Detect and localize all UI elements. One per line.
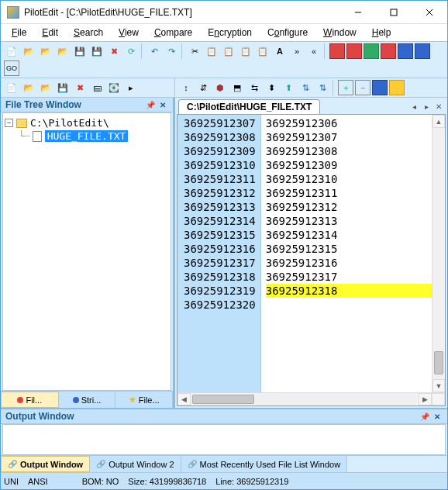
- output-body[interactable]: [2, 424, 446, 455]
- tab-string[interactable]: Stri...: [59, 392, 116, 408]
- ed-tool8-icon[interactable]: ⇅: [298, 80, 313, 95]
- ed-tool9-icon[interactable]: ⇅: [315, 80, 330, 95]
- editor-line[interactable]: 36925912307: [266, 130, 432, 144]
- menu-encryption[interactable]: Encryption: [202, 26, 258, 40]
- new-file-icon[interactable]: 📄: [4, 43, 19, 59]
- clipboard3-icon[interactable]: 📋: [255, 43, 271, 59]
- ed-tool1-icon[interactable]: ↕: [178, 80, 194, 95]
- copy-icon[interactable]: 📋: [204, 43, 219, 59]
- editor-line[interactable]: 36925912316: [266, 256, 432, 270]
- minimize-button[interactable]: [340, 1, 376, 23]
- file-tree[interactable]: − C:\PilotEdit\ └┈ HUGE_FILE.TXT: [2, 112, 171, 391]
- tree-open-icon[interactable]: 📂: [21, 80, 36, 95]
- tool-blue2-icon[interactable]: [415, 43, 430, 59]
- menu-compare[interactable]: Compare: [148, 26, 198, 40]
- cut-icon[interactable]: ✂: [187, 43, 202, 59]
- tool-green-icon[interactable]: [364, 43, 379, 59]
- refresh-icon[interactable]: ⟳: [123, 43, 139, 59]
- ed-tool6-icon[interactable]: ⬍: [264, 80, 279, 95]
- vertical-scrollbar[interactable]: ▲ ▼: [432, 115, 445, 392]
- scroll-down-icon[interactable]: ▼: [432, 379, 445, 392]
- scroll-track[interactable]: [432, 128, 445, 379]
- collapse-icon[interactable]: −: [5, 119, 13, 127]
- menu-help[interactable]: Help: [366, 26, 398, 40]
- tool-blue-icon[interactable]: [398, 43, 413, 59]
- paste-icon[interactable]: 📋: [221, 43, 236, 59]
- tree-open2-icon[interactable]: 📂: [38, 80, 53, 95]
- open-folder2-icon[interactable]: 📂: [38, 43, 53, 59]
- editor-line[interactable]: 36925912309: [266, 158, 432, 172]
- redo-icon[interactable]: ↷: [164, 43, 179, 59]
- clipboard2-icon[interactable]: 📋: [238, 43, 253, 59]
- editor-line[interactable]: 36925912312: [266, 200, 432, 214]
- editor-line[interactable]: 36925912306: [266, 116, 432, 130]
- editor-line[interactable]: 36925912315: [266, 242, 432, 256]
- tree-drive-icon[interactable]: 🖴: [89, 80, 105, 95]
- scroll-thumb[interactable]: [434, 351, 443, 374]
- horizontal-scrollbar[interactable]: ◀ ▶: [177, 392, 445, 405]
- delete-icon[interactable]: ✖: [106, 43, 122, 59]
- tool-red2-icon[interactable]: [346, 43, 362, 59]
- maximize-button[interactable]: [376, 1, 412, 23]
- tab-next-icon[interactable]: ▸: [421, 102, 432, 112]
- close-pane-icon[interactable]: ✕: [157, 99, 168, 110]
- document-tab[interactable]: C:\PilotEdit\HUGE_FILE.TXT: [178, 99, 320, 114]
- scroll-up-icon[interactable]: ▲: [432, 115, 445, 128]
- tree-delete-icon[interactable]: ✖: [72, 80, 88, 95]
- tool-red-icon[interactable]: [329, 43, 345, 59]
- tab-file-tree[interactable]: Fil...: [1, 392, 59, 408]
- scroll-thumb[interactable]: [192, 395, 254, 404]
- open-folder3-icon[interactable]: 📂: [55, 43, 71, 59]
- editor-line[interactable]: 36925912308: [266, 144, 432, 158]
- editor-line[interactable]: [266, 298, 432, 312]
- undo-icon[interactable]: ↶: [146, 43, 162, 59]
- tree-root-row[interactable]: − C:\PilotEdit\: [5, 116, 169, 129]
- editor-line[interactable]: 36925912310: [266, 172, 432, 186]
- ed-sub-icon[interactable]: －: [355, 80, 370, 95]
- editor-line[interactable]: 36925912313: [266, 214, 432, 228]
- tree-new-icon[interactable]: 📄: [4, 80, 19, 95]
- tree-save-icon[interactable]: 💾: [55, 80, 71, 95]
- go-button[interactable]: GO: [4, 60, 19, 76]
- menu-configure[interactable]: Configure: [261, 26, 314, 40]
- ed-yellow-icon[interactable]: [389, 80, 405, 95]
- tab-close-icon[interactable]: ✕: [433, 102, 444, 112]
- pin-icon[interactable]: 📌: [419, 411, 430, 422]
- expand-icon[interactable]: »: [289, 43, 305, 59]
- menu-view[interactable]: View: [112, 26, 145, 40]
- ed-blue-icon[interactable]: [372, 80, 388, 95]
- tree-disk-icon[interactable]: 💽: [106, 80, 122, 95]
- menu-file[interactable]: File: [5, 26, 33, 40]
- scroll-track[interactable]: [191, 393, 419, 405]
- collapse-icon[interactable]: «: [306, 43, 322, 59]
- scroll-right-icon[interactable]: ▶: [419, 393, 432, 405]
- tool-red3-icon[interactable]: [381, 43, 396, 59]
- menu-search[interactable]: Search: [67, 26, 109, 40]
- editor-line[interactable]: 36925912318: [266, 284, 432, 298]
- pin-icon[interactable]: 📌: [145, 99, 156, 110]
- menu-edit[interactable]: Edit: [36, 26, 64, 40]
- output-tab-mru[interactable]: 🔗 Most Recently Used File List Window: [181, 456, 348, 472]
- ed-tool3-icon[interactable]: ⬢: [212, 80, 228, 95]
- font-icon[interactable]: A: [272, 43, 288, 59]
- save-all-icon[interactable]: 💾: [89, 43, 105, 59]
- menu-window[interactable]: Window: [317, 26, 363, 40]
- ed-tool7-icon[interactable]: ⬆: [281, 80, 296, 95]
- output-tab-1[interactable]: 🔗 Output Window: [1, 456, 90, 472]
- editor-line[interactable]: 36925912311: [266, 186, 432, 200]
- ed-tool4-icon[interactable]: ⬒: [229, 80, 245, 95]
- ed-tool5-icon[interactable]: ⇆: [246, 80, 262, 95]
- output-tab-2[interactable]: 🔗 Output Window 2: [90, 456, 181, 472]
- tree-more-icon[interactable]: ▸: [123, 80, 139, 95]
- tree-file-row[interactable]: └┈ HUGE_FILE.TXT: [5, 129, 169, 143]
- ed-tool2-icon[interactable]: ⇵: [195, 80, 211, 95]
- save-icon[interactable]: 💾: [72, 43, 88, 59]
- scroll-left-icon[interactable]: ◀: [177, 393, 191, 405]
- editor-text-area[interactable]: 3692591230636925912307369259123083692591…: [261, 115, 432, 392]
- tab-prev-icon[interactable]: ◂: [408, 102, 419, 112]
- ed-add-icon[interactable]: ＋: [338, 80, 353, 95]
- close-button[interactable]: [412, 1, 447, 23]
- open-folder-icon[interactable]: 📂: [21, 43, 36, 59]
- editor-line[interactable]: 36925912317: [266, 270, 432, 284]
- close-pane-icon[interactable]: ✕: [432, 411, 443, 422]
